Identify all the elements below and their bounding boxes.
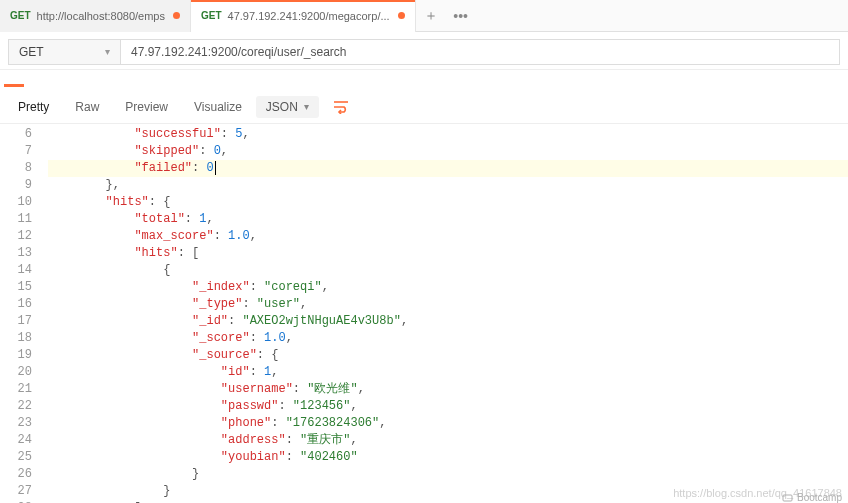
line-number: 13 xyxy=(0,245,32,262)
request-tabs: GEThttp://localhost:8080/empsGET47.97.19… xyxy=(0,0,848,32)
tab-label: 47.97.192.241:9200/megacorp/... xyxy=(228,10,390,22)
line-number: 20 xyxy=(0,364,32,381)
view-tab-pretty[interactable]: Pretty xyxy=(6,94,61,120)
line-number: 24 xyxy=(0,432,32,449)
code-line: } xyxy=(48,466,848,483)
code-line: { xyxy=(48,262,848,279)
footer-bootcamp: Bootcamp xyxy=(782,492,842,503)
code-line: "address": "重庆市", xyxy=(48,432,848,449)
code-line: "_type": "user", xyxy=(48,296,848,313)
line-number: 27 xyxy=(0,483,32,500)
code-line: } xyxy=(48,483,848,500)
http-method-value: GET xyxy=(19,45,44,59)
code-line: "_score": 1.0, xyxy=(48,330,848,347)
code-line: "_id": "AXEO2wjtNHguAE4v3U8b", xyxy=(48,313,848,330)
line-number: 9 xyxy=(0,177,32,194)
format-dropdown[interactable]: JSON ▾ xyxy=(256,96,319,118)
line-number: 19 xyxy=(0,347,32,364)
response-body[interactable]: 6789101112131415161718192021222324252627… xyxy=(0,124,848,503)
line-number: 21 xyxy=(0,381,32,398)
format-value: JSON xyxy=(266,100,298,114)
response-view-tabs: PrettyRawPreviewVisualize JSON ▾ xyxy=(0,90,848,124)
http-method-select[interactable]: GET ▾ xyxy=(8,39,120,65)
line-number: 14 xyxy=(0,262,32,279)
code-line: "youbian": "402460" xyxy=(48,449,848,466)
chevron-down-icon: ▾ xyxy=(105,46,110,57)
line-number: 25 xyxy=(0,449,32,466)
line-number: 10 xyxy=(0,194,32,211)
line-number: 17 xyxy=(0,313,32,330)
view-tab-visualize[interactable]: Visualize xyxy=(182,94,254,120)
line-number: 23 xyxy=(0,415,32,432)
code-line: "skipped": 0, xyxy=(48,143,848,160)
bootcamp-icon xyxy=(782,492,793,503)
tab-method: GET xyxy=(201,10,222,21)
tab-overflow-button[interactable]: ••• xyxy=(446,0,476,32)
view-tab-preview[interactable]: Preview xyxy=(113,94,180,120)
request-tab[interactable]: GET47.97.192.241:9200/megacorp/... xyxy=(191,0,416,32)
chevron-down-icon: ▾ xyxy=(304,101,309,112)
request-url-input[interactable] xyxy=(120,39,840,65)
wrap-icon xyxy=(333,100,349,114)
code-line: "successful": 5, xyxy=(48,126,848,143)
line-number: 15 xyxy=(0,279,32,296)
line-number: 12 xyxy=(0,228,32,245)
code-line: "passwd": "123456", xyxy=(48,398,848,415)
code-line: "hits": { xyxy=(48,194,848,211)
line-number: 16 xyxy=(0,296,32,313)
line-number: 22 xyxy=(0,398,32,415)
new-tab-button[interactable]: ＋ xyxy=(416,0,446,32)
code-line: "id": 1, xyxy=(48,364,848,381)
code-line: "phone": "17623824306", xyxy=(48,415,848,432)
unsaved-dot-icon xyxy=(398,12,405,19)
wrap-lines-button[interactable] xyxy=(327,95,355,119)
code-line: "username": "欧光维", xyxy=(48,381,848,398)
code-line: "total": 1, xyxy=(48,211,848,228)
code-line: "max_score": 1.0, xyxy=(48,228,848,245)
code-line: "_source": { xyxy=(48,347,848,364)
line-number: 8 xyxy=(0,160,32,177)
svg-rect-0 xyxy=(783,495,792,501)
code-line: "failed": 0 xyxy=(48,160,848,177)
line-number: 26 xyxy=(0,466,32,483)
line-number: 18 xyxy=(0,330,32,347)
line-number: 7 xyxy=(0,143,32,160)
tab-method: GET xyxy=(10,10,31,21)
code-line: "_index": "coreqi", xyxy=(48,279,848,296)
code-line: }, xyxy=(48,177,848,194)
code-line: "hits": [ xyxy=(48,245,848,262)
active-indicator xyxy=(0,70,848,90)
request-tab[interactable]: GEThttp://localhost:8080/emps xyxy=(0,0,191,32)
code-pane[interactable]: "successful": 5, "skipped": 0, "failed":… xyxy=(42,124,848,503)
line-number: 6 xyxy=(0,126,32,143)
unsaved-dot-icon xyxy=(173,12,180,19)
line-number: 11 xyxy=(0,211,32,228)
tab-label: http://localhost:8080/emps xyxy=(37,10,165,22)
view-tab-raw[interactable]: Raw xyxy=(63,94,111,120)
line-gutter: 6789101112131415161718192021222324252627… xyxy=(0,124,42,503)
request-row: GET ▾ xyxy=(0,34,848,70)
